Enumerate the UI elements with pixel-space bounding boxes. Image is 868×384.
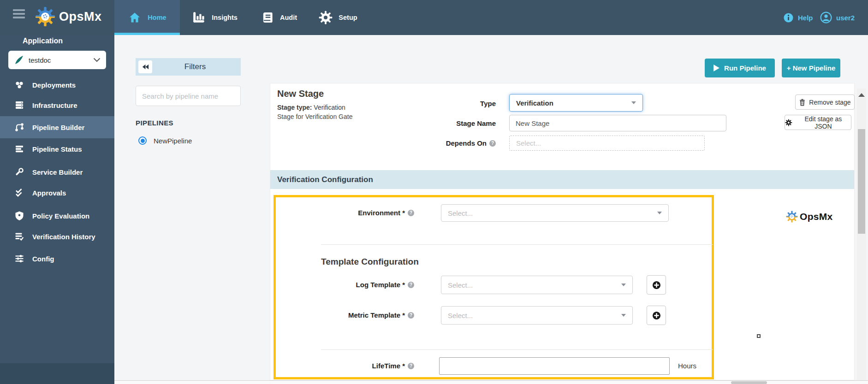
log-template-label-text: Log Template *: [356, 281, 405, 289]
environment-field-label: Environment *: [294, 209, 414, 217]
sidebar-item-config[interactable]: Config: [0, 248, 114, 269]
pipeline-builder-icon: [14, 122, 24, 132]
template-configuration-title: Template Configuration: [321, 257, 419, 267]
stage-name-field-label: Stage Name: [394, 119, 496, 127]
pipeline-search-input[interactable]: [136, 86, 241, 106]
stage-title: New Stage: [277, 89, 324, 99]
environment-select[interactable]: Select...: [441, 204, 669, 222]
infrastructure-icon: [14, 100, 24, 110]
verification-configuration-title: Verification Configuration: [277, 175, 373, 184]
user-menu[interactable]: user2: [820, 0, 855, 35]
remove-stage-label: Remove stage: [809, 99, 850, 106]
edit-stage-as-json-button[interactable]: Edit stage as JSON: [785, 115, 851, 130]
run-pipeline-label: Run Pipeline: [724, 64, 766, 72]
lifetime-label-text: LifeTime *: [372, 362, 405, 370]
log-template-field-label: Log Template *: [294, 281, 414, 289]
sidebar-item-label: Deployments: [32, 81, 76, 89]
pipeline-radio-selected[interactable]: [138, 136, 147, 145]
stage-type-select[interactable]: Verification: [509, 94, 643, 112]
depends-on-select[interactable]: Select...: [509, 136, 705, 151]
help-question-icon: [408, 363, 414, 369]
tab-home[interactable]: Home: [114, 0, 180, 35]
plus-circle-icon: [652, 281, 661, 289]
log-template-placeholder: Select...: [448, 281, 473, 289]
run-pipeline-button[interactable]: Run Pipeline: [705, 59, 775, 77]
verification-configuration-band: Verification Configuration: [270, 170, 854, 189]
log-template-select[interactable]: Select...: [441, 276, 633, 294]
help-button[interactable]: Help: [783, 0, 813, 35]
sidebar-item-label: Policy Evaluation: [32, 212, 89, 220]
add-log-template-button[interactable]: [647, 275, 666, 295]
insights-chart-icon: [192, 11, 206, 24]
metric-template-label-text: Metric Template *: [348, 311, 405, 319]
stage-type-select-value: Verification: [516, 99, 553, 107]
sidebar-item-pipeline-status[interactable]: Pipeline Status: [0, 139, 114, 159]
depends-on-placeholder: Select...: [516, 139, 541, 147]
sidebar-item-service-builder[interactable]: Service Builder: [0, 162, 114, 182]
chevron-down-icon: [621, 284, 626, 286]
help-label: Help: [798, 14, 813, 22]
sidebar-footer: [0, 363, 114, 384]
plus-circle-icon: [652, 311, 661, 320]
play-icon: [713, 65, 719, 71]
tab-insights-label: Insights: [212, 14, 238, 21]
approvals-double-check-icon: [14, 188, 24, 198]
brand-name: OpsMx: [59, 10, 102, 24]
remove-stage-button[interactable]: Remove stage: [795, 95, 855, 110]
policy-shield-icon: [14, 211, 24, 221]
sidebar-item-label: Pipeline Builder: [32, 124, 84, 131]
tab-setup[interactable]: Setup: [313, 0, 363, 35]
tab-insights[interactable]: Insights: [184, 0, 246, 35]
sidebar-item-approvals[interactable]: Approvals: [0, 183, 114, 203]
help-question-icon: [408, 282, 414, 288]
horizontal-scrollbar-thumb[interactable]: [731, 381, 767, 384]
sidebar-item-label: Verification History: [32, 233, 95, 241]
vertical-scrollbar[interactable]: [857, 89, 866, 380]
sidebar-item-verification-history[interactable]: Verification History: [0, 226, 114, 247]
sidebar-item-deployments[interactable]: Deployments: [0, 75, 114, 95]
stage-type-label: Stage type:: [277, 104, 312, 111]
service-builder-icon: [14, 167, 24, 177]
topbar: OpsMx Home Insights Audit: [0, 0, 868, 35]
brand-logo: OpsMx: [35, 6, 102, 27]
depends-on-field-label: Depends On: [394, 139, 496, 147]
vertical-scrollbar-thumb[interactable]: [858, 129, 865, 234]
sidebar-item-pipeline-builder[interactable]: Pipeline Builder: [0, 116, 114, 138]
opsmx-watermark: OpsMx: [786, 211, 833, 223]
lifetime-input[interactable]: [439, 357, 670, 375]
config-sliders-icon: [14, 254, 24, 264]
add-metric-template-button[interactable]: [647, 306, 666, 325]
sidebar-item-infrastructure[interactable]: Infrastructure: [0, 95, 114, 115]
tab-audit-label: Audit: [280, 14, 297, 21]
sidebar-item-policy-evaluation[interactable]: Policy Evaluation: [0, 206, 114, 226]
environment-label-text: Environment *: [358, 209, 405, 217]
stage-name-input[interactable]: [509, 115, 726, 131]
new-pipeline-button[interactable]: + New Pipeline: [782, 59, 840, 77]
spinnaker-sail-icon: [14, 55, 24, 65]
application-selector-value: testdoc: [29, 56, 89, 64]
stage-type-value: Verification: [314, 104, 345, 111]
home-icon: [128, 11, 142, 24]
tab-audit[interactable]: Audit: [253, 0, 306, 35]
opsmx-watermark-text: OpsMx: [800, 211, 833, 222]
new-pipeline-label: + New Pipeline: [787, 64, 835, 72]
application-section-label: Application: [23, 37, 63, 45]
sidebar-item-label: Approvals: [32, 189, 66, 197]
help-question-icon: [408, 312, 414, 319]
application-selector[interactable]: testdoc: [8, 51, 106, 69]
trash-icon: [799, 99, 806, 106]
main-content: Filters PIPELINES NewPipeline Run Pipeli…: [114, 35, 868, 384]
setup-gear-icon: [319, 11, 333, 24]
sidebar-item-label: Infrastructure: [32, 101, 77, 109]
scroll-up-arrow-icon[interactable]: [858, 93, 865, 97]
collapse-filters-button[interactable]: [138, 60, 152, 73]
gear-icon: [785, 119, 792, 126]
metric-template-field-label: Metric Template *: [294, 311, 414, 319]
metric-template-select[interactable]: Select...: [441, 306, 633, 325]
lifetime-field-label: LifeTime *: [294, 362, 414, 370]
pipeline-list-item[interactable]: NewPipeline: [138, 136, 192, 145]
chevron-down-icon: [93, 58, 101, 62]
hamburger-menu-icon[interactable]: [13, 9, 25, 18]
sidebar-item-label: Config: [32, 255, 54, 263]
sidebar-item-label: Service Builder: [32, 168, 83, 176]
